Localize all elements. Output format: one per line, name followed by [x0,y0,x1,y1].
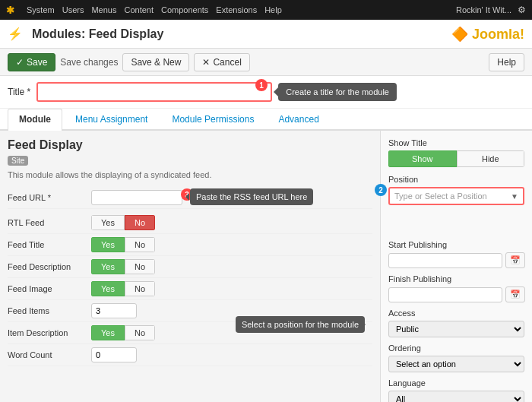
cancel-label: Cancel [213,57,241,68]
position-container: 2 Type or Select a Position ▼ Select a p… [388,187,524,205]
feed-image-toggle: Yes No [91,281,155,296]
rtl-feed-row: RTL Feed Yes No [8,212,372,234]
start-pub-calendar-button[interactable]: 📅 [505,252,525,268]
language-select[interactable]: All [388,391,524,402]
savenew-label: Save & New [131,57,181,68]
step-badge-2: 2 [375,184,387,196]
nav-right: Rockin' It Wit... ⚙ [456,5,526,15]
finish-pub-calendar-button[interactable]: 📅 [505,286,525,302]
tab-module-permissions[interactable]: Module Permissions [160,109,265,129]
show-hide-toggle: Show Hide [388,150,524,167]
feed-url-tooltip: Paste the RSS feed URL here [190,188,313,205]
tab-module[interactable]: Module [8,109,62,131]
settings-icon[interactable]: ⚙ [518,5,526,15]
feed-url-input[interactable] [91,190,182,205]
feed-title-yes-button[interactable]: Yes [91,237,125,252]
ordering-label: Ordering [388,343,524,353]
position-select[interactable]: Type or Select a Position [390,188,523,204]
language-label: Language [388,378,524,388]
position-label: Position [388,175,524,184]
page-title: Modules: Feed Display [32,27,445,41]
site-badge: Site [8,156,28,166]
feed-items-input[interactable] [91,303,137,318]
feed-title-toggle: Yes No [91,237,155,252]
header-bar: ⚡ Modules: Feed Display 🔶 Joomla! [0,20,532,49]
feed-url-row: Feed URL * 3 Paste the RSS feed URL here [8,187,372,209]
cancel-button[interactable]: ✕ Cancel [194,53,249,71]
toolbar: ✓ Save Save changes Save & New ✕ Cancel … [0,49,532,76]
feed-url-label: Feed URL * [8,193,91,202]
word-count-label: Word Count [8,350,91,359]
tab-menu-assignment[interactable]: Menu Assignment [64,109,159,129]
feed-title-label: Feed Title [8,240,91,249]
section-title: Feed Display [8,138,372,152]
nav-components[interactable]: Components [161,5,208,14]
help-button[interactable]: Help [489,53,524,71]
section-description: This module allows the displaying of a s… [8,170,372,179]
rtl-feed-toggle: Yes No [91,215,155,230]
title-input[interactable] [36,82,272,102]
nav-system[interactable]: System [27,5,55,14]
help-label: Help [497,57,516,68]
save-new-button[interactable]: Save & New [122,53,189,71]
feed-desc-no-button[interactable]: No [125,259,155,274]
item-desc-yes-button[interactable]: Yes [91,325,125,340]
finish-pub-container: Finish Publishing 📅 [388,274,524,302]
cancel-icon: ✕ [202,57,210,68]
start-pub-label: Start Publishing [388,240,524,249]
item-desc-toggle: Yes No [91,325,155,340]
feed-desc-toggle: Yes No [91,259,155,274]
save-changes-label: Save changes [60,57,118,68]
joomla-logo-nav: ✱ [6,5,14,16]
finish-pub-row: 📅 [388,286,524,302]
module-icon: ⚡ [8,27,23,41]
item-desc-label: Item Description [8,328,91,337]
nav-content[interactable]: Content [124,5,154,14]
feed-image-label: Feed Image [8,284,91,293]
ordering-select[interactable]: Select an option [388,356,524,372]
save-button[interactable]: ✓ Save [8,53,55,71]
right-panel: Show Title Show Hide Position 2 Type or … [380,131,532,402]
step-badge-1: 1 [255,79,268,91]
start-pub-row: 📅 [388,252,524,268]
nav-help[interactable]: Help [264,5,282,14]
access-label: Access [388,309,524,318]
feed-desc-row: Feed Description Yes No [8,256,372,278]
language-container: Language All [388,378,524,402]
joomla-brand-logo: 🔶 Joomla! [451,26,524,43]
rtl-no-button[interactable]: No [125,215,155,230]
feed-title-no-button[interactable]: No [125,237,155,252]
hide-button[interactable]: Hide [457,150,525,167]
top-nav: ✱ System Users Menus Content Components … [0,0,532,20]
tab-advanced[interactable]: Advanced [267,109,330,129]
access-select[interactable]: Public Registered Special [388,321,524,337]
word-count-row: Word Count [8,344,372,366]
save-label: Save [27,57,47,68]
nav-extensions[interactable]: Extensions [216,5,257,14]
show-button[interactable]: Show [388,150,457,167]
position-box: Type or Select a Position ▼ [388,187,524,205]
title-row: 1 Title * Create a title for the module [0,76,532,109]
feed-desc-yes-button[interactable]: Yes [91,259,125,274]
feed-image-yes-button[interactable]: Yes [91,281,125,296]
nav-users[interactable]: Users [62,5,84,14]
nav-user: Rockin' It Wit... [456,5,511,14]
nav-menus[interactable]: Menus [91,5,116,14]
finish-pub-input[interactable] [388,287,502,302]
rtl-feed-label: RTL Feed [8,218,91,227]
feed-image-no-button[interactable]: No [125,281,155,296]
word-count-input[interactable] [91,347,137,362]
feed-image-row: Feed Image Yes No [8,278,372,300]
title-label: Title * [8,87,30,97]
position-tooltip: Select a position for the module [236,316,365,333]
tabs-row: Module Menu Assignment Module Permission… [0,109,532,131]
title-tooltip: Create a title for the module [278,83,397,101]
item-desc-no-button[interactable]: No [125,325,155,340]
ordering-container: Ordering Select an option [388,343,524,378]
nav-items: System Users Menus Content Components Ex… [27,5,447,14]
save-icon: ✓ [16,57,24,68]
start-pub-input[interactable] [388,253,502,268]
feed-title-row: Feed Title Yes No [8,234,372,256]
show-title-label: Show Title [388,138,524,147]
rtl-yes-button[interactable]: Yes [91,215,125,230]
